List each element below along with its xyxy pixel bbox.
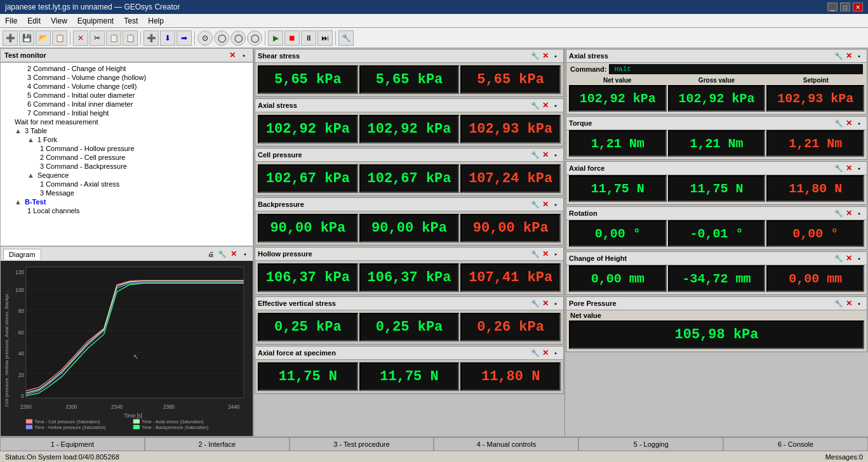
test-monitor-expand-icon[interactable]: ▪ — [239, 50, 249, 60]
tb-stop-button[interactable]: ⏹ — [284, 30, 300, 46]
diagram-print-icon[interactable]: 🖨 — [206, 249, 216, 259]
shear-stress-settings-icon[interactable]: 🔧 — [530, 51, 540, 61]
tree-item[interactable]: 1 Command - Hollow pressure — [2, 144, 251, 153]
torque-settings-icon[interactable]: 🔧 — [834, 118, 844, 128]
torque-expand-icon[interactable]: ▪ — [854, 118, 864, 128]
diagram-tab[interactable]: Diagram — [3, 249, 41, 260]
tab-manual-controls[interactable]: 4 - Manual controls — [434, 437, 578, 451]
axial-force-right-close-icon[interactable]: ✕ — [844, 163, 854, 173]
tb-clipboard-button[interactable]: 📋 — [52, 30, 67, 46]
tree-panel[interactable]: 2 Command - Change of Height 3 Command -… — [0, 62, 253, 246]
menu-help[interactable]: Help — [143, 15, 169, 27]
tree-item[interactable]: 7 Command - Initial height — [2, 109, 251, 117]
rotation-expand-icon[interactable]: ▪ — [854, 208, 864, 218]
tb-next-button[interactable]: ⏭ — [317, 30, 333, 46]
hollow-pressure-expand-icon[interactable]: ▪ — [551, 249, 561, 259]
pore-pressure-settings-icon[interactable]: 🔧 — [834, 298, 844, 308]
diagram-expand-icon[interactable]: ▪ — [240, 249, 250, 259]
menu-view[interactable]: View — [46, 15, 72, 27]
pore-pressure-expand-icon[interactable]: ▪ — [854, 298, 864, 308]
rotation-settings-icon[interactable]: 🔧 — [834, 208, 844, 218]
effective-vertical-stress-close-icon[interactable]: ✕ — [540, 298, 551, 308]
tb-circle3-button[interactable]: ◯ — [230, 30, 246, 46]
cell-pressure-settings-icon[interactable]: 🔧 — [530, 150, 540, 160]
tb-paste-button[interactable]: 📋 — [123, 30, 138, 46]
tb-circle4-button[interactable]: ◯ — [247, 30, 262, 46]
torque-close-icon[interactable]: ✕ — [844, 118, 854, 128]
tree-item[interactable]: Wait for next measurement — [2, 117, 251, 126]
test-monitor-close-icon[interactable]: ✕ — [227, 50, 237, 60]
tb-insert-button[interactable]: ➕ — [144, 30, 159, 46]
tb-settings-button[interactable]: 🔧 — [338, 30, 354, 46]
maximize-button[interactable]: □ — [840, 3, 850, 11]
tb-copy-button[interactable]: 📋 — [106, 30, 121, 46]
tree-item[interactable]: 2 Command - Change of Height — [2, 64, 251, 73]
tree-item[interactable]: 6 Command - Inital inner diameter — [2, 100, 251, 109]
tree-item[interactable]: 5 Command - Initial outer diameter — [2, 91, 251, 100]
tree-item[interactable]: ▲ 1 Fork — [2, 135, 251, 144]
shear-stress-expand-icon[interactable]: ▪ — [551, 51, 561, 61]
tree-item[interactable]: ▲ 3 Table — [2, 126, 251, 135]
axial-stress-right-settings-icon[interactable]: 🔧 — [834, 51, 844, 61]
axial-stress-right-close-icon[interactable]: ✕ — [844, 51, 854, 61]
tree-item[interactable]: 1 Local channels — [2, 206, 251, 215]
axial-force-specimen-settings-icon[interactable]: 🔧 — [530, 348, 540, 358]
axial-force-specimen-expand-icon[interactable]: ▪ — [551, 348, 561, 358]
close-button[interactable]: ✕ — [853, 3, 863, 11]
tb-down-button[interactable]: ⬇ — [160, 30, 175, 46]
tb-circle2-button[interactable]: ◯ — [214, 30, 229, 46]
pore-pressure-close-icon[interactable]: ✕ — [844, 298, 854, 308]
tree-item[interactable]: 4 Command - Volume change (cell) — [2, 82, 251, 91]
axial-stress-mid-settings-icon[interactable]: 🔧 — [530, 100, 540, 110]
diagram-close-icon[interactable]: ✕ — [229, 249, 239, 259]
tab-test-procedure[interactable]: 3 - Test procedure — [290, 437, 434, 451]
backpressure-close-icon[interactable]: ✕ — [540, 199, 551, 209]
axial-force-specimen-close-icon[interactable]: ✕ — [540, 348, 551, 358]
minimize-button[interactable]: _ — [827, 3, 838, 11]
tab-logging[interactable]: 5 - Logging — [578, 437, 723, 451]
tab-equipment[interactable]: 1 - Equipment — [0, 437, 145, 451]
axial-stress-mid-close-icon[interactable]: ✕ — [540, 100, 551, 110]
tb-save2-button[interactable]: 📂 — [36, 30, 51, 46]
change-of-height-close-icon[interactable]: ✕ — [844, 253, 854, 263]
menu-file[interactable]: File — [0, 15, 22, 27]
change-of-height-expand-icon[interactable]: ▪ — [854, 253, 864, 263]
backpressure-expand-icon[interactable]: ▪ — [551, 199, 561, 209]
hollow-pressure-settings-icon[interactable]: 🔧 — [530, 249, 540, 259]
cell-pressure-close-icon[interactable]: ✕ — [540, 150, 551, 160]
effective-vertical-stress-expand-icon[interactable]: ▪ — [551, 298, 561, 308]
backpressure-settings-icon[interactable]: 🔧 — [530, 199, 540, 209]
menu-test[interactable]: Test — [119, 15, 143, 27]
tree-item[interactable]: ▲ Sequence — [2, 171, 251, 180]
tree-item[interactable]: 1 Command - Axial stress — [2, 180, 251, 188]
tree-item-b-test[interactable]: ▲ B-Test — [2, 197, 251, 206]
tree-item[interactable]: 3 Message — [2, 188, 251, 197]
menu-edit[interactable]: Edit — [22, 15, 46, 27]
diagram-settings-icon[interactable]: 🔧 — [217, 249, 227, 259]
tb-right-button[interactable]: ➡ — [177, 30, 192, 46]
tree-item[interactable]: 2 Command - Cell pressure — [2, 153, 251, 162]
tree-item[interactable]: 3 Command - Backpressure — [2, 162, 251, 171]
effective-vertical-stress-settings-icon[interactable]: 🔧 — [530, 298, 540, 308]
cell-pressure-expand-icon[interactable]: ▪ — [551, 150, 561, 160]
axial-force-right-expand-icon[interactable]: ▪ — [854, 163, 864, 173]
rotation-close-icon[interactable]: ✕ — [844, 208, 854, 218]
axial-force-right-settings-icon[interactable]: 🔧 — [834, 163, 844, 173]
axial-stress-mid-expand-icon[interactable]: ▪ — [551, 100, 561, 110]
tb-cancel-button[interactable]: ✕ — [73, 30, 88, 46]
tb-save-button[interactable]: 💾 — [19, 30, 34, 46]
tb-pause-button[interactable]: ⏸ — [301, 30, 316, 46]
axial-stress-right-expand-icon[interactable]: ▪ — [854, 51, 864, 61]
change-of-height-settings-icon[interactable]: 🔧 — [834, 253, 844, 263]
tb-add-button[interactable]: ➕ — [3, 30, 18, 46]
tb-play-button[interactable]: ▶ — [268, 30, 283, 46]
tab-console[interactable]: 6 - Console — [723, 437, 868, 451]
hollow-pressure-close-icon[interactable]: ✕ — [540, 249, 551, 259]
shear-stress-close-icon[interactable]: ✕ — [540, 51, 551, 61]
tree-item[interactable]: 3 Command - Volume change (hollow) — [2, 73, 251, 82]
tb-cut-button[interactable]: ✂ — [90, 30, 105, 46]
menu-equipment[interactable]: Equipment — [72, 15, 119, 27]
tab-interface[interactable]: 2 - Interface — [145, 437, 290, 451]
command-value: Halt — [609, 64, 863, 74]
tb-circle-button[interactable]: ⊙ — [197, 30, 213, 46]
